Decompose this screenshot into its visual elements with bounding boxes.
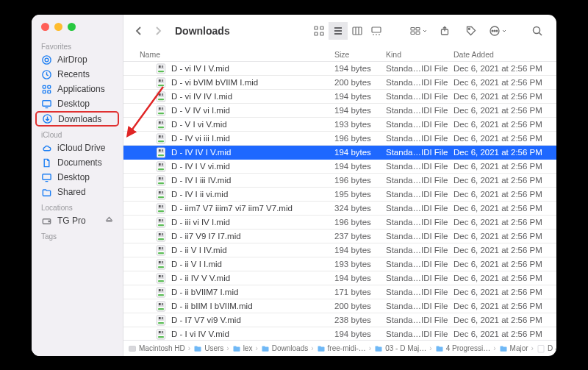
back-button[interactable] (131, 23, 147, 39)
folder-icon (232, 344, 241, 353)
view-gallery-button[interactable] (367, 22, 386, 40)
file-date: Dec 6, 2021 at 2:56 PM (453, 176, 556, 185)
view-columns-button[interactable] (348, 22, 367, 40)
midi-file-icon (156, 189, 166, 199)
path-component[interactable]: lex (232, 344, 253, 353)
folder-icon (317, 344, 326, 353)
file-row[interactable]: D - IV I ii vi.mid195 bytesStanda…IDI Fi… (123, 188, 556, 202)
sidebar-item-label: Shared (57, 187, 86, 197)
col-header-date[interactable]: Date Added (453, 50, 556, 59)
file-date: Dec 6, 2021 at 2:56 PM (453, 232, 556, 241)
file-size: 194 bytes (334, 162, 386, 171)
midi-file-icon (156, 231, 166, 241)
file-row[interactable]: D - V I vi V.mid193 bytesStanda…IDI File… (123, 118, 556, 132)
col-header-kind[interactable]: Kind (386, 50, 453, 59)
midi-file-icon (156, 245, 166, 255)
file-date: Dec 6, 2021 at 2:56 PM (453, 92, 556, 101)
file-size: 196 bytes (334, 218, 386, 227)
col-header-name[interactable]: Name (140, 50, 334, 59)
path-component[interactable]: Macintosh HD (128, 344, 185, 353)
file-row[interactable]: D - iim7 V7 iiim7 vi7 iim7 V7.mid324 byt… (123, 202, 556, 216)
path-component[interactable]: D - IV IV I V.mid (537, 344, 556, 353)
file-row[interactable]: D - ii bIIM I bVIIM.mid200 bytesStanda…I… (123, 299, 556, 313)
sidebar-item-tg-pro[interactable]: TG Pro (32, 213, 123, 228)
tags-button[interactable] (461, 22, 481, 40)
file-row[interactable]: D - ii7 V9 I7 I7.mid237 bytesStanda…IDI … (123, 230, 556, 243)
file-name: D - ii bVIIM7 I.mid (171, 288, 334, 296)
path-label: 4 Progressi… (446, 344, 491, 352)
file-size: 194 bytes (334, 330, 386, 338)
sidebar: FavoritesAirDropRecentsApplicationsDeskt… (32, 15, 123, 356)
file-row[interactable]: D - ii IV V V.mid194 bytesStanda…IDI Fil… (123, 271, 556, 285)
sidebar-item-applications[interactable]: Applications (32, 82, 123, 96)
file-date: Dec 6, 2021 at 2:56 PM (453, 330, 556, 338)
sidebar-item-downloads[interactable]: Downloads (35, 111, 119, 127)
group-by-button[interactable] (408, 22, 429, 40)
path-component[interactable]: Major (499, 344, 528, 353)
col-header-size[interactable]: Size (334, 50, 386, 59)
sidebar-item-icloud-drive[interactable]: iCloud Drive (32, 140, 123, 155)
file-kind: Standa…IDI File (386, 64, 453, 73)
minimize-button[interactable] (54, 23, 62, 31)
file-list[interactable]: D - vi IV I V.mid194 bytesStanda…IDI Fil… (123, 62, 556, 340)
file-row[interactable]: D - vi bVIM bVIIM I.mid200 bytesStanda…I… (123, 76, 556, 90)
file-row[interactable]: D - IV IV I V.mid194 bytesStanda…IDI Fil… (123, 146, 556, 160)
file-size: 171 bytes (334, 288, 386, 296)
chevron-right-icon: › (254, 344, 258, 352)
sidebar-item-shared[interactable]: Shared (32, 185, 123, 199)
midi-file-icon (156, 147, 166, 157)
file-size: 195 bytes (334, 190, 386, 199)
chevron-right-icon: › (187, 344, 191, 352)
path-component[interactable]: 4 Progressi… (435, 344, 491, 353)
window-controls (32, 21, 123, 38)
file-date: Dec 6, 2021 at 2:56 PM (453, 316, 556, 324)
file-row[interactable]: D - vi IV I V.mid194 bytesStanda…IDI Fil… (123, 62, 556, 76)
eject-icon[interactable] (104, 216, 117, 227)
file-size: 193 bytes (334, 120, 386, 129)
desktop-icon (41, 99, 52, 110)
disk-icon (128, 344, 137, 353)
path-bar[interactable]: Macintosh HD›Users›lex›Downloads›free-mi… (123, 340, 556, 356)
close-button[interactable] (41, 23, 49, 31)
sidebar-item-desktop[interactable]: Desktop (32, 170, 123, 185)
folder-icon (261, 344, 270, 353)
path-label: 03 - D Maj… (385, 344, 426, 352)
file-row[interactable]: D - vi IV IV I.mid194 bytesStanda…IDI Fi… (123, 90, 556, 104)
file-row[interactable]: D - ii bVIIM7 I.mid171 bytesStanda…IDI F… (123, 285, 556, 299)
sidebar-section-header: Locations (32, 199, 123, 213)
share-button[interactable] (434, 22, 455, 40)
file-row[interactable]: D - IV vi iii I.mid196 bytesStanda…IDI F… (123, 132, 556, 146)
sidebar-item-recents[interactable]: Recents (32, 67, 123, 82)
file-row[interactable]: D - ii V I IV.mid194 bytesStanda…IDI Fil… (123, 243, 556, 257)
file-row[interactable]: D - ii V I I.mid193 bytesStanda…IDI File… (123, 257, 556, 271)
fullscreen-button[interactable] (68, 23, 76, 31)
file-row[interactable]: D - I vi IV V.mid194 bytesStanda…IDI Fil… (123, 327, 556, 340)
sidebar-item-desktop[interactable]: Desktop (32, 96, 123, 111)
file-row[interactable]: D - V IV vi I.mid194 bytesStanda…IDI Fil… (123, 104, 556, 118)
file-kind: Standa…IDI File (386, 330, 453, 338)
view-icons-button[interactable] (309, 22, 329, 40)
path-component[interactable]: free-midi-… (317, 344, 366, 353)
file-row[interactable]: D - iii vi IV I.mid196 bytesStanda…IDI F… (123, 216, 556, 230)
file-date: Dec 6, 2021 at 2:56 PM (453, 274, 556, 282)
file-date: Dec 6, 2021 at 2:56 PM (453, 246, 556, 255)
file-row[interactable]: D - IV I V vi.mid194 bytesStanda…IDI Fil… (123, 160, 556, 174)
forward-button[interactable] (150, 23, 166, 39)
toolbar: Downloads (123, 15, 556, 47)
file-row[interactable]: D - IV I iii IV.mid196 bytesStanda…IDI F… (123, 174, 556, 188)
sidebar-item-documents[interactable]: Documents (32, 155, 123, 170)
path-component[interactable]: Users (193, 344, 223, 353)
view-list-button[interactable] (329, 22, 348, 40)
midi-file-icon (156, 259, 166, 269)
search-button[interactable] (527, 22, 548, 40)
file-kind: Standa…IDI File (386, 190, 453, 199)
midi-file-icon (156, 329, 166, 339)
more-actions-button[interactable] (487, 22, 508, 40)
path-component[interactable]: 03 - D Maj… (374, 344, 426, 353)
path-component[interactable]: Downloads (261, 344, 308, 353)
file-kind: Standa…IDI File (386, 92, 453, 101)
sidebar-item-airdrop[interactable]: AirDrop (32, 52, 123, 67)
clock-icon (41, 69, 52, 80)
file-row[interactable]: D - I7 V7 vi9 V.mid238 bytesStanda…IDI F… (123, 313, 556, 327)
file-kind: Standa…IDI File (386, 148, 453, 157)
